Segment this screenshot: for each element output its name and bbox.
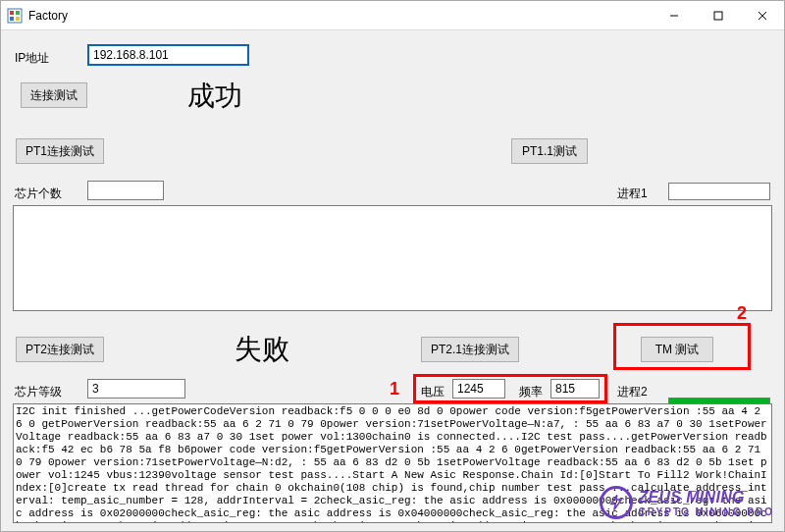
svg-rect-2 <box>16 11 20 15</box>
tm-test-button[interactable]: TM 测试 <box>641 337 713 362</box>
progress1-label: 进程1 <box>617 186 648 202</box>
voltage-label: 电压 <box>421 384 445 400</box>
window-title: Factory <box>28 9 68 23</box>
app-window: Factory IP地址 连接测试 成功 PT1连接测试 PT1.1测试 芯片个… <box>0 0 785 532</box>
pt1-1-test-button[interactable]: PT1.1测试 <box>511 138 588 164</box>
status-fail: 失败 <box>235 331 289 368</box>
pt2-connect-test-button[interactable]: PT2连接测试 <box>16 337 104 362</box>
chipcount-input[interactable] <box>87 181 164 200</box>
window-minimize-button[interactable] <box>652 1 696 29</box>
voltage-input[interactable] <box>452 379 505 399</box>
progress1-bar <box>668 183 770 200</box>
svg-rect-3 <box>10 17 14 21</box>
app-icon <box>7 8 23 24</box>
titlebar: Factory <box>1 1 784 30</box>
pt1-connect-test-button[interactable]: PT1连接测试 <box>16 138 104 164</box>
status-success: 成功 <box>187 78 242 115</box>
window-close-button[interactable] <box>740 1 784 29</box>
connect-test-button[interactable]: 连接测试 <box>21 82 87 108</box>
svg-rect-6 <box>714 12 722 20</box>
ip-input[interactable] <box>87 44 249 66</box>
freq-label: 频率 <box>519 384 543 400</box>
svg-rect-1 <box>10 11 14 15</box>
freq-input[interactable] <box>550 379 600 399</box>
pt2-1-connect-test-button[interactable]: PT2.1连接测试 <box>421 337 519 362</box>
progress2-label: 进程2 <box>617 384 648 400</box>
ip-label: IP地址 <box>15 50 49 67</box>
svg-rect-4 <box>16 17 20 21</box>
chipcount-label: 芯片个数 <box>15 186 62 202</box>
chipgrade-input[interactable] <box>87 379 185 399</box>
client-area: IP地址 连接测试 成功 PT1连接测试 PT1.1测试 芯片个数 进程1 PT… <box>1 30 784 531</box>
log1-textarea[interactable] <box>13 205 772 311</box>
window-maximize-button[interactable] <box>696 1 740 29</box>
log2-textarea[interactable]: I2C init finished ...getPowerCodeVersion… <box>13 403 772 523</box>
chipgrade-label: 芯片等级 <box>15 384 62 400</box>
window-buttons <box>652 1 784 29</box>
annotation-number-1: 1 <box>390 379 399 399</box>
